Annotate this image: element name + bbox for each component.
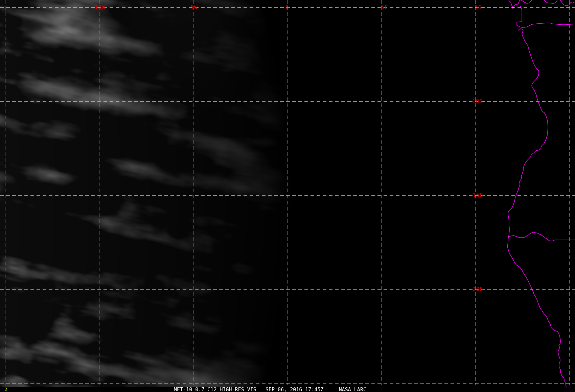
coastline-path	[516, 6, 575, 27]
frame-number: 2	[4, 387, 7, 392]
latlon-grid	[0, 0, 575, 385]
longitude-label-0: 0	[285, 5, 289, 10]
caption-text: MET-10 0.7 C12 HIGH-RES VIS SEP 06, 2016…	[174, 388, 366, 392]
longitude-label-10w: 10W	[95, 5, 106, 10]
coastline-path	[521, 0, 532, 3]
coastline-borders	[507, 0, 575, 389]
caption-bar: 2 MET-10 0.7 C12 HIGH-RES VIS SEP 06, 20…	[0, 387, 575, 392]
latitude-label-10s: 10S	[472, 99, 483, 104]
latitude-label-20s: 20S	[473, 287, 483, 292]
longitude-label-5w: 5W	[190, 5, 198, 10]
satellite-image-viewport: 10W5W05E5S10S15S20S 2 MET-10 0.7 C12 HIG…	[0, 0, 575, 392]
coastline-path	[560, 0, 575, 6]
latitude-label-5s: 5S	[475, 5, 482, 10]
coast-marker-dot	[512, 7, 514, 8]
latitude-label-15s: 15S	[473, 193, 483, 198]
coastline-path	[544, 0, 557, 3]
coastline-path	[509, 0, 521, 8]
coastline-path	[507, 29, 567, 389]
coastline-path	[508, 232, 575, 241]
map-overlay	[0, 0, 575, 392]
longitude-label-5e: 5E	[381, 5, 388, 10]
